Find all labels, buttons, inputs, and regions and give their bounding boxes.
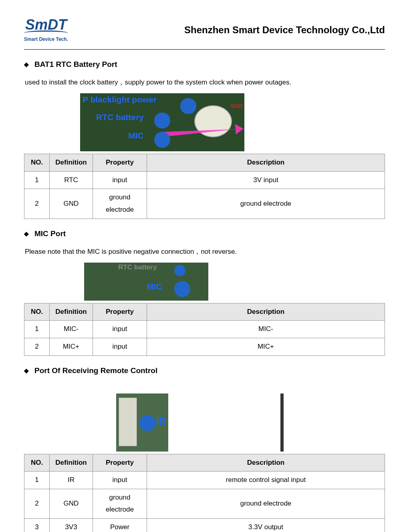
th-def: Definition: [50, 303, 93, 321]
th-desc: Description: [147, 303, 385, 321]
image-row-bat1: P blacklight power swi RTC battery MIC: [24, 93, 385, 151]
table-header-row: NO. Definition Property Description: [24, 303, 385, 321]
cell-prop: input: [93, 338, 147, 355]
img-label: RTC battery: [118, 263, 157, 271]
pcb-edge-icon: [280, 393, 284, 452]
cell-desc: 3.3V output: [147, 518, 385, 532]
pin-table-remote: NO. Definition Property Description 1 IR…: [24, 454, 385, 532]
cell-def: 3V3: [50, 518, 93, 532]
cell-prop: Power: [93, 518, 147, 532]
cell-no: 2: [24, 189, 50, 219]
cell-prop: ground electrode: [93, 189, 147, 219]
logo: SmDT Smart Device Tech.: [24, 18, 68, 42]
cell-desc: MIC+: [147, 338, 385, 355]
image-row-remote: IR: [24, 393, 385, 452]
section-title: Port Of Receiving Remote Control: [34, 366, 157, 375]
cell-no: 3: [24, 518, 50, 532]
cell-def: RTC: [50, 171, 93, 189]
blue-dot-icon: [180, 98, 196, 114]
blue-dot-icon: [174, 265, 185, 276]
th-desc: Description: [147, 454, 385, 472]
img-label: P blacklight power: [83, 95, 157, 104]
table-header-row: NO. Definition Property Description: [24, 154, 385, 172]
cell-def: MIC-: [50, 321, 93, 338]
pin-table-bat1: NO. Definition Property Description 1 RT…: [24, 154, 385, 219]
table-row: 3 3V3 Power 3.3V output: [24, 518, 385, 532]
cell-prop: input: [93, 472, 147, 489]
cell-no: 2: [24, 489, 50, 518]
th-no: NO.: [24, 303, 50, 321]
table-row: 2 MIC+ input MIC+: [24, 338, 385, 355]
section-title: MIC Port: [34, 229, 66, 238]
connector-icon: [119, 397, 137, 446]
th-prop: Property: [93, 303, 147, 321]
cell-no: 1: [24, 171, 50, 189]
cell-def: IR: [50, 472, 93, 489]
th-desc: Description: [147, 154, 385, 172]
table-header-row: NO. Definition Property Description: [24, 454, 385, 472]
img-label: swi: [230, 101, 243, 110]
page-header: SmDT Smart Device Tech. Shenzhen Smart D…: [24, 18, 385, 50]
pcb-image-bat1: P blacklight power swi RTC battery MIC: [80, 93, 244, 151]
cell-desc: 3V input: [147, 171, 385, 189]
section-title: BAT1 RTC Battery Port: [34, 60, 117, 68]
section-desc-mic: Please note that the MIC is positive neg…: [25, 246, 385, 257]
logo-arc-icon: [24, 30, 68, 36]
pcb-image-remote: IR: [116, 393, 168, 452]
cell-def: GND: [50, 489, 93, 518]
diamond-icon: ◆: [24, 230, 29, 237]
img-label: MIC: [128, 131, 144, 141]
blue-dot-icon: [174, 281, 190, 297]
table-row: 1 RTC input 3V input: [24, 171, 385, 189]
blue-dot-icon: [154, 132, 170, 148]
img-label: IR: [156, 416, 166, 427]
pin-table-mic: NO. Definition Property Description 1 MI…: [24, 303, 385, 356]
cell-desc: ground electrode: [147, 189, 385, 219]
logo-subtext: Smart Device Tech.: [24, 36, 68, 42]
th-no: NO.: [24, 454, 50, 472]
table-row: 2 GND ground electrode ground electrode: [24, 189, 385, 219]
cell-prop: ground electrode: [93, 489, 147, 518]
th-def: Definition: [50, 154, 93, 172]
cell-no: 2: [24, 338, 50, 355]
th-no: NO.: [24, 154, 50, 172]
blue-dot-icon: [139, 415, 155, 431]
table-row: 1 MIC- input MIC-: [24, 321, 385, 338]
pcb-image-mic: RTC battery MIC: [84, 263, 208, 301]
section-heading-remote: ◆Port Of Receiving Remote Control: [24, 366, 385, 375]
logo-text: SmDT: [25, 18, 67, 32]
cell-no: 1: [24, 472, 50, 489]
cell-prop: input: [93, 171, 147, 189]
cell-prop: input: [93, 321, 147, 338]
cell-def: GND: [50, 189, 93, 219]
diamond-icon: ◆: [24, 367, 29, 374]
cell-no: 1: [24, 321, 50, 338]
th-prop: Property: [93, 154, 147, 172]
th-prop: Property: [93, 454, 147, 472]
diamond-icon: ◆: [24, 61, 29, 68]
cell-desc: remote control signal input: [147, 472, 385, 489]
table-row: 1 IR input remote control signal input: [24, 472, 385, 489]
section-heading-mic: ◆MIC Port: [24, 229, 385, 238]
table-row: 2 GND ground electrode ground electrode: [24, 489, 385, 518]
th-def: Definition: [50, 454, 93, 472]
cell-desc: MIC-: [147, 321, 385, 338]
image-row-mic: RTC battery MIC: [24, 263, 385, 301]
company-name: Shenzhen Smart Device Technology Co.,Ltd: [184, 24, 385, 36]
cell-def: MIC+: [50, 338, 93, 355]
img-label: RTC battery: [96, 112, 144, 122]
section-heading-bat1: ◆BAT1 RTC Battery Port: [24, 60, 385, 69]
img-label: MIC: [147, 282, 162, 291]
cell-desc: ground electrode: [147, 489, 385, 518]
blue-dot-icon: [154, 112, 170, 128]
section-desc-bat1: used to install the clock battery，supply…: [25, 77, 385, 88]
